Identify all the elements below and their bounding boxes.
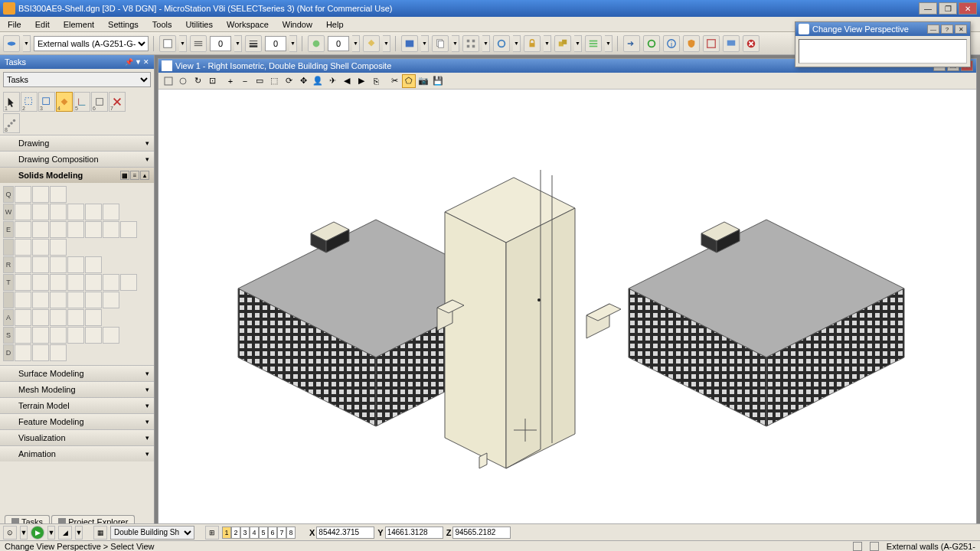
menu-help[interactable]: Help [323, 18, 347, 31]
lock-dropdown[interactable]: ▼ [544, 35, 551, 52]
tool-r2[interactable] [32, 256, 49, 273]
tool-e5[interactable] [85, 221, 102, 238]
view-btn-4[interactable]: 4 [250, 527, 259, 539]
float-min-button[interactable]: — [927, 24, 939, 34]
tool-r1[interactable] [15, 256, 31, 273]
tool-t2[interactable] [32, 274, 49, 291]
view-saved-icon[interactable]: 💾 [431, 74, 445, 88]
place-tool[interactable]: 6 [91, 92, 108, 112]
status-grid-icon[interactable] [870, 542, 879, 551]
tool-w3[interactable] [50, 204, 67, 220]
lineweight-value[interactable] [265, 36, 286, 51]
view-fit-icon[interactable]: ⊡ [205, 74, 219, 88]
markups-icon[interactable] [703, 35, 720, 52]
menu-window[interactable]: Window [279, 18, 315, 31]
priority-icon[interactable] [363, 35, 380, 52]
tool-t13[interactable] [103, 292, 119, 308]
menu-element[interactable]: Element [60, 18, 97, 31]
tool-q1[interactable] [15, 186, 31, 203]
view-next-icon[interactable]: ▶ [354, 74, 368, 88]
view-camera-icon[interactable]: 📷 [416, 74, 430, 88]
tool-r3[interactable] [50, 256, 67, 273]
tool-t1[interactable] [15, 274, 31, 291]
view-prev-icon[interactable]: ◀ [340, 74, 354, 88]
change-view-perspective-window[interactable]: Change View Perspective — ? ✕ [795, 21, 971, 67]
lineweight-dropdown[interactable]: ▼ [289, 35, 297, 52]
view-btn-3[interactable]: 3 [240, 527, 250, 539]
transparency-dropdown[interactable]: ▼ [352, 35, 360, 52]
view-clip-icon[interactable]: ✂ [387, 74, 401, 88]
level-dropdown[interactable]: ▼ [23, 35, 31, 52]
menu-tools[interactable]: Tools [149, 18, 175, 31]
view-display-icon[interactable] [176, 74, 190, 88]
tool-t5[interactable] [85, 274, 102, 291]
tool-t12[interactable] [85, 292, 102, 308]
extra-tool[interactable]: 8 [3, 113, 20, 133]
tool-t7[interactable] [120, 274, 137, 291]
maximize-button[interactable]: ❐ [939, 2, 957, 15]
tool-a2[interactable] [32, 309, 49, 326]
view-attrs-icon[interactable] [162, 74, 175, 88]
view-tool[interactable]: 4 [56, 92, 73, 112]
levels-icon[interactable] [585, 35, 602, 52]
tool-d2[interactable] [32, 344, 49, 361]
symbology-icon[interactable] [493, 35, 510, 52]
view-btn-5[interactable]: 5 [259, 527, 268, 539]
model-combo[interactable]: Double Building Sh [110, 526, 194, 540]
tasks-close-icon[interactable]: ✕ [143, 58, 149, 66]
float-help-button[interactable]: ? [941, 24, 953, 34]
view-perspective-icon[interactable]: ⬠ [402, 74, 416, 88]
template-icon[interactable] [432, 35, 449, 52]
tool-w4[interactable] [67, 204, 84, 220]
tool-t4[interactable] [67, 274, 84, 291]
tool-e4[interactable] [67, 221, 84, 238]
tool-e1[interactable] [15, 221, 31, 238]
view-btn-1[interactable]: 1 [222, 527, 231, 539]
view-btn-6[interactable]: 6 [268, 527, 277, 539]
tool-s1[interactable] [15, 327, 31, 344]
view-window-area-icon[interactable]: ▭ [253, 74, 266, 88]
keyin-icon[interactable] [623, 35, 640, 52]
tool-w5[interactable] [85, 204, 102, 220]
z-input[interactable] [452, 527, 511, 539]
level-icon[interactable] [3, 35, 20, 52]
color-icon[interactable] [159, 35, 176, 52]
tool-w6[interactable] [103, 204, 119, 220]
tool-q3[interactable] [50, 186, 67, 203]
color-dropdown[interactable]: ▼ [179, 35, 187, 52]
pointer-tool[interactable]: 1 [3, 92, 20, 112]
y-input[interactable] [385, 527, 443, 539]
grid-dropdown[interactable]: ▼ [482, 35, 490, 52]
menu-settings[interactable]: Settings [105, 18, 142, 31]
class-icon[interactable] [401, 35, 418, 52]
section-drawing-composition[interactable]: Drawing Composition▾ [0, 152, 154, 167]
symbology-dropdown[interactable]: ▼ [513, 35, 521, 52]
accudraw-icon[interactable]: ◢ [58, 526, 72, 540]
view-btn-8[interactable]: 8 [286, 527, 296, 539]
view-walk-icon[interactable]: 👤 [311, 74, 325, 88]
tool-s4[interactable] [67, 327, 84, 344]
delete-tool[interactable]: 7 [109, 92, 126, 112]
minimize-button[interactable]: — [919, 2, 937, 15]
stop-icon[interactable] [743, 35, 760, 52]
tool-e2[interactable] [32, 221, 49, 238]
tool-t10[interactable] [50, 292, 67, 308]
refs-icon[interactable] [554, 35, 571, 52]
tool-e7[interactable] [120, 221, 137, 238]
section-mesh-modeling[interactable]: Mesh Modeling▾ [0, 382, 154, 397]
fence-tool[interactable]: 3 [38, 92, 55, 112]
transparency-icon[interactable] [308, 35, 325, 52]
viewport-canvas[interactable] [158, 90, 976, 526]
snap-icon[interactable]: ⊙ [3, 526, 17, 540]
status-lock-icon[interactable] [853, 542, 862, 551]
view-copy-icon[interactable]: ⎘ [369, 74, 383, 88]
shield-icon[interactable] [683, 35, 700, 52]
tool-r4[interactable] [67, 256, 84, 273]
tool-e6[interactable] [103, 221, 119, 238]
levels-dropdown[interactable]: ▼ [605, 35, 612, 52]
play-icon[interactable]: ▶ [31, 526, 44, 540]
layout-grid-icon[interactable]: ▦ [120, 171, 129, 180]
view-fly-icon[interactable]: ✈ [325, 74, 339, 88]
section-visualization[interactable]: Visualization▾ [0, 430, 154, 445]
lineweight-icon[interactable] [245, 35, 262, 52]
